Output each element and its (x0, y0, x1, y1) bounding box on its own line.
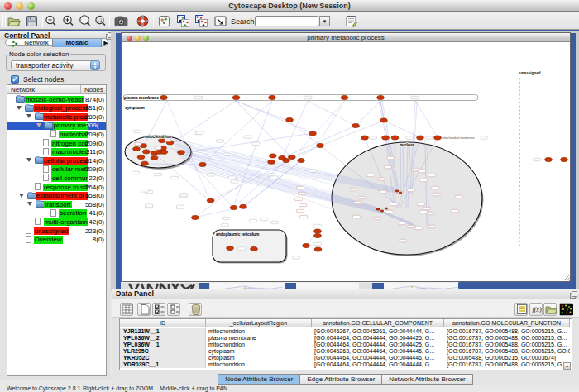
svg-text:nucleus: nucleus (400, 143, 414, 147)
svg-text:cytoplasm: cytoplasm (125, 106, 145, 110)
svg-text:mitochondrion: mitochondrion (145, 135, 171, 139)
svg-text:plasma membrane: plasma membrane (124, 96, 159, 100)
svg-text:mitochondrial membrane: mitochondrial membrane (442, 136, 475, 140)
svg-text:unassigned: unassigned (519, 71, 541, 75)
svg-text:endoplasmic reticulum: endoplasmic reticulum (216, 232, 259, 237)
svg-text:f(x): f(x) (532, 306, 541, 313)
svg-text:1:1: 1:1 (97, 18, 103, 22)
